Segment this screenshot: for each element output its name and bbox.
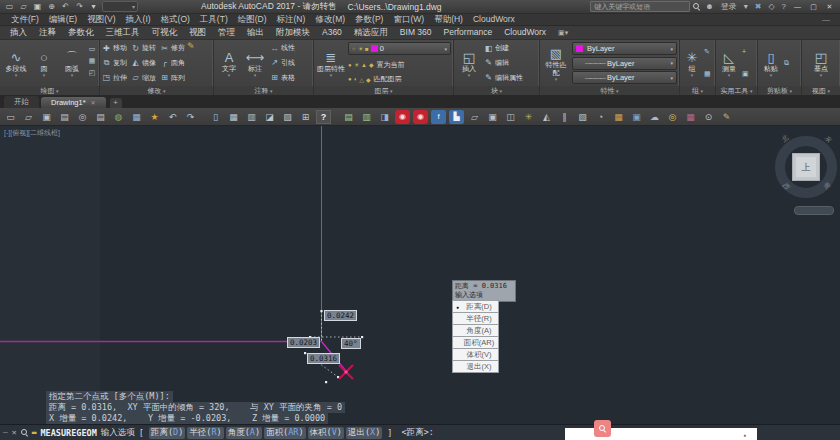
block-small-button[interactable]: ✎ 编辑属性	[484, 73, 523, 83]
menu-item[interactable]: 格式(O)	[156, 14, 195, 26]
tab-drawing1[interactable]: Drawing1* ✕	[41, 97, 106, 108]
menu-item[interactable]: 窗口(W)	[388, 14, 429, 26]
toolbar-icon[interactable]: ▥	[244, 110, 259, 124]
command-option[interactable]: 体积(V)	[308, 427, 344, 439]
signin-caret-icon[interactable]: ▾	[742, 2, 750, 11]
menu-item[interactable]: 绘图(D)	[233, 14, 272, 26]
toolbar-icon[interactable]: ?	[316, 110, 331, 124]
quick-access-icon[interactable]: ▣	[32, 2, 43, 12]
tab-start[interactable]: 开始	[4, 96, 39, 108]
toolbar-icon[interactable]: ◉	[395, 110, 410, 124]
block-small-button[interactable]: ✎ 编辑	[484, 58, 523, 68]
ribbon-tab[interactable]: 视图	[183, 26, 212, 40]
menu-item[interactable]: 文件(F)	[6, 14, 44, 26]
clipboard-small-icon[interactable]: ⧉	[784, 59, 789, 67]
toolbar-icon[interactable]: ▦	[129, 110, 144, 124]
ribbon-tab[interactable]: 输出	[241, 26, 270, 40]
toolbar-icon[interactable]: ▤	[93, 110, 108, 124]
match-layer-button[interactable]: 匹配图层	[374, 74, 402, 84]
toolbar-icon[interactable]: ▣	[485, 110, 500, 124]
paste-button[interactable]: ▯ 粘贴	[760, 41, 782, 85]
layer-dropdown[interactable]: ○☀■ 0 ▾	[348, 42, 451, 55]
command-option[interactable]: 退出(X)	[346, 427, 382, 439]
modify-tool-button[interactable]: ↻ 旋转	[131, 41, 156, 56]
quick-access-icon[interactable]: ▭	[4, 2, 15, 12]
annotate-small-button[interactable]: ↔ 线性	[270, 43, 295, 53]
panel-title-layers[interactable]: 图层	[314, 86, 453, 95]
modify-tool-button[interactable]: ⧉ 复制	[102, 56, 127, 71]
menu-item[interactable]: 工具(T)	[195, 14, 233, 26]
toolbar-icon[interactable]	[334, 110, 338, 124]
menu-item[interactable]: 标注(N)	[272, 14, 311, 26]
toolbar-icon[interactable]: ◭	[539, 110, 554, 124]
block-small-button[interactable]: ◧ 创建	[484, 43, 523, 53]
quick-access-icon[interactable]: ⊕	[46, 2, 57, 12]
measure-button[interactable]: ◺ 测量	[718, 41, 740, 85]
panel-title-annotate[interactable]: 注释	[214, 86, 313, 95]
panel-title-properties[interactable]: 特性	[540, 86, 679, 95]
modify-tool-button[interactable]: ▱ 缩放	[131, 70, 156, 85]
help-icon[interactable]: ?	[780, 2, 788, 11]
toolbar-icon[interactable]: ▦	[226, 110, 241, 124]
dynamic-input-option[interactable]: 退出(X)	[452, 360, 499, 373]
modify-tool-button[interactable]: ✂ 修剪	[160, 41, 185, 56]
menu-item[interactable]: 修改(M)	[310, 14, 350, 26]
base-point-button[interactable]: ◰ 基点	[809, 41, 833, 85]
minimize-button[interactable]: —	[791, 2, 804, 12]
toolbar-icon[interactable]: ∥	[557, 110, 572, 124]
annotate-tool-button[interactable]: A 文字	[216, 41, 242, 85]
toolbar-icon[interactable]: ◨	[377, 110, 392, 124]
command-close-icon[interactable]: ✕	[12, 428, 17, 437]
command-option[interactable]: 面积(AR)	[264, 427, 306, 439]
annotate-small-button[interactable]: ↗ 引线	[270, 58, 295, 68]
quick-access-icon[interactable]: ▱	[18, 2, 29, 12]
workspace-dropdown[interactable]: ▾	[102, 1, 138, 12]
toolbar-icon[interactable]: ▧	[575, 110, 590, 124]
command-search-icon[interactable]	[21, 429, 28, 436]
menu-item[interactable]: 帮助(H)	[429, 14, 468, 26]
toolbar-icon[interactable]: ◔	[593, 110, 608, 124]
toolbar-icon[interactable]: ◎	[665, 110, 680, 124]
ribbon-tab[interactable]: 可视化	[146, 26, 184, 40]
toolbar-icon[interactable]: ▱	[467, 110, 482, 124]
modify-tool-button[interactable]: ✚ 移动	[102, 41, 127, 56]
tab-close-icon[interactable]: ✕	[91, 99, 96, 106]
toolbar-icon[interactable]: ◪	[262, 110, 277, 124]
modify-tool-button[interactable]: ◳ 拉伸	[102, 70, 127, 85]
menu-item[interactable]: 视图(V)	[82, 14, 120, 26]
toolbar-icon[interactable]	[201, 110, 205, 124]
toolbar-icon[interactable]: ☁	[647, 110, 662, 124]
toolbar-icon[interactable]: ⊞	[298, 110, 313, 124]
group-button[interactable]: ✳ 组	[682, 41, 702, 85]
panel-title-draw[interactable]: 绘图	[0, 86, 99, 95]
toolbar-icon[interactable]: ▱	[21, 110, 36, 124]
toolbar-icon[interactable]: ▦	[683, 110, 698, 124]
ribbon-tab[interactable]: 注释	[33, 26, 62, 40]
toolbar-icon[interactable]: ↷	[183, 110, 198, 124]
viewcube-top-face[interactable]: 上	[792, 153, 820, 181]
toolbar-icon[interactable]: ▙	[449, 110, 464, 124]
property-dropdown[interactable]: ———— ByLayer ▾	[572, 71, 677, 84]
toolbar-icon[interactable]: ✳	[521, 110, 536, 124]
toolbar-icon[interactable]: ▣	[39, 110, 54, 124]
ribbon-tab[interactable]: 插入	[4, 26, 33, 40]
annotate-tool-button[interactable]: ⟷ 标注	[242, 41, 268, 85]
ribbon-tab[interactable]: 精选应用	[348, 26, 394, 40]
group-small-icon[interactable]: ▦	[704, 70, 711, 78]
a360-icon[interactable]: ✖	[753, 2, 764, 11]
panel-title-view[interactable]: 视图	[802, 86, 840, 95]
mdi-minimize-icon[interactable]: —	[818, 15, 834, 24]
toolbar-icon[interactable]: ▨	[280, 110, 295, 124]
menu-item[interactable]: 插入(I)	[121, 14, 156, 26]
toolbar-icon[interactable]: ▯	[208, 110, 223, 124]
ribbon-options-icon[interactable]: ▣▾	[558, 29, 568, 37]
quick-access-icon[interactable]: ▾	[88, 2, 99, 12]
property-dropdown[interactable]: ByLayer ▾	[572, 42, 677, 55]
command-option[interactable]: 角度(A)	[226, 427, 262, 439]
signin-link[interactable]: 登录	[719, 1, 739, 12]
menu-item[interactable]: 编辑(E)	[44, 14, 82, 26]
panel-title-utilities[interactable]: 实用工具	[716, 86, 757, 95]
annotate-small-button[interactable]: ⊞ 表格	[270, 73, 295, 83]
ribbon-tab[interactable]: CloudWorx	[498, 26, 552, 40]
panel-title-groups[interactable]: 组	[680, 86, 715, 95]
